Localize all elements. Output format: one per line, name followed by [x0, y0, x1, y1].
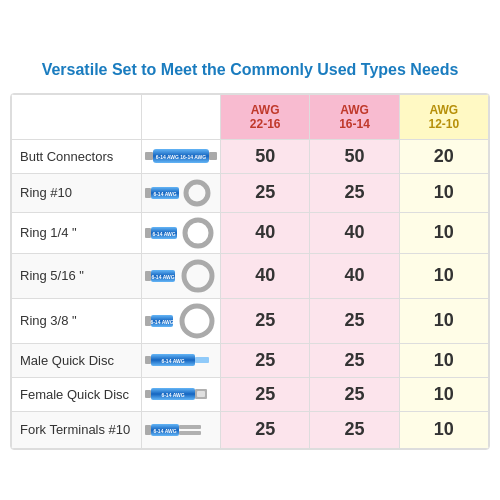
col-header-name: [12, 94, 142, 139]
col-header-awg1: AWG22-16: [221, 94, 310, 139]
svg-point-7: [186, 182, 208, 204]
row-name: Female Quick Disc: [12, 377, 142, 411]
row-name: Ring #10: [12, 173, 142, 212]
row-name: Fork Terminals #10: [12, 411, 142, 448]
val-awg3: 10: [399, 298, 488, 343]
svg-text:6-14 AWG: 6-14 AWG: [150, 319, 173, 325]
svg-rect-33: [179, 431, 201, 435]
row-name: Ring 5/16 ": [12, 253, 142, 298]
svg-point-19: [182, 306, 212, 336]
table-row: Ring 3/8 " 6-14 AWG 252510: [12, 298, 489, 343]
svg-rect-4: [145, 188, 151, 198]
row-icon: 6-14 AWG 16-14 AWG: [141, 139, 220, 173]
val-awg3: 10: [399, 377, 488, 411]
table-row: Fork Terminals #10 6-14 AWG 252510: [12, 411, 489, 448]
val-awg3: 10: [399, 343, 488, 377]
row-name: Ring 3/8 ": [12, 298, 142, 343]
table-row: Ring 5/16 " 6-14 AWG 404010: [12, 253, 489, 298]
svg-rect-8: [145, 228, 151, 238]
row-name: Male Quick Disc: [12, 343, 142, 377]
row-name: Ring 1/4 ": [12, 212, 142, 253]
svg-point-15: [184, 262, 212, 290]
val-awg2: 25: [310, 411, 399, 448]
svg-rect-2: [209, 152, 217, 160]
val-awg1: 25: [221, 343, 310, 377]
row-icon: 6-14 AWG: [141, 411, 220, 448]
val-awg2: 25: [310, 377, 399, 411]
table-row: Butt Connectors 6-14 AWG 16-14 AWG 50502…: [12, 139, 489, 173]
val-awg1: 40: [221, 212, 310, 253]
svg-text:6-14 AWG: 6-14 AWG: [161, 358, 184, 364]
val-awg1: 40: [221, 253, 310, 298]
row-icon: 6-14 AWG: [141, 253, 220, 298]
svg-text:6-14 AWG: 6-14 AWG: [153, 191, 176, 197]
row-icon: 6-14 AWG: [141, 212, 220, 253]
val-awg1: 25: [221, 377, 310, 411]
table-row: Male Quick Disc 6-14 AWG 252510: [12, 343, 489, 377]
svg-rect-32: [179, 425, 201, 429]
val-awg3: 10: [399, 212, 488, 253]
row-icon: 6-14 AWG: [141, 298, 220, 343]
page-title: Versatile Set to Meet the Commonly Used …: [10, 50, 490, 93]
row-icon: 6-14 AWG: [141, 173, 220, 212]
row-icon: 6-14 AWG: [141, 377, 220, 411]
val-awg3: 10: [399, 253, 488, 298]
svg-rect-29: [145, 425, 151, 435]
svg-text:6-14 AWG 16-14 AWG: 6-14 AWG 16-14 AWG: [156, 154, 207, 160]
col-header-icon: [141, 94, 220, 139]
svg-point-11: [185, 220, 211, 246]
svg-rect-23: [195, 357, 209, 363]
table-wrapper: AWG22-16 AWG16-14 AWG12-10 Butt Connecto…: [10, 93, 490, 450]
svg-text:6-14 AWG: 6-14 AWG: [161, 392, 184, 398]
svg-text:6-14 AWG: 6-14 AWG: [153, 428, 176, 434]
svg-rect-12: [145, 271, 151, 281]
row-icon: 6-14 AWG: [141, 343, 220, 377]
table-row: Ring #10 6-14 AWG 252510: [12, 173, 489, 212]
val-awg1: 25: [221, 411, 310, 448]
val-awg2: 40: [310, 253, 399, 298]
val-awg2: 25: [310, 298, 399, 343]
val-awg1: 25: [221, 173, 310, 212]
col-header-awg2: AWG16-14: [310, 94, 399, 139]
svg-rect-0: [145, 152, 153, 160]
svg-rect-24: [145, 390, 151, 398]
table-row: Female Quick Disc 6-14 AWG 252510: [12, 377, 489, 411]
row-name: Butt Connectors: [12, 139, 142, 173]
svg-text:6-14 AWG: 6-14 AWG: [151, 274, 174, 280]
val-awg3: 20: [399, 139, 488, 173]
svg-text:6-14 AWG: 6-14 AWG: [152, 231, 175, 237]
main-container: Versatile Set to Meet the Commonly Used …: [10, 50, 490, 450]
val-awg1: 50: [221, 139, 310, 173]
svg-rect-20: [145, 356, 151, 364]
col-header-awg3: AWG12-10: [399, 94, 488, 139]
val-awg3: 10: [399, 173, 488, 212]
val-awg2: 25: [310, 343, 399, 377]
table-row: Ring 1/4 " 6-14 AWG 404010: [12, 212, 489, 253]
val-awg2: 40: [310, 212, 399, 253]
comparison-table: AWG22-16 AWG16-14 AWG12-10 Butt Connecto…: [11, 94, 489, 449]
val-awg2: 50: [310, 139, 399, 173]
val-awg1: 25: [221, 298, 310, 343]
svg-rect-28: [197, 391, 205, 397]
val-awg3: 10: [399, 411, 488, 448]
val-awg2: 25: [310, 173, 399, 212]
